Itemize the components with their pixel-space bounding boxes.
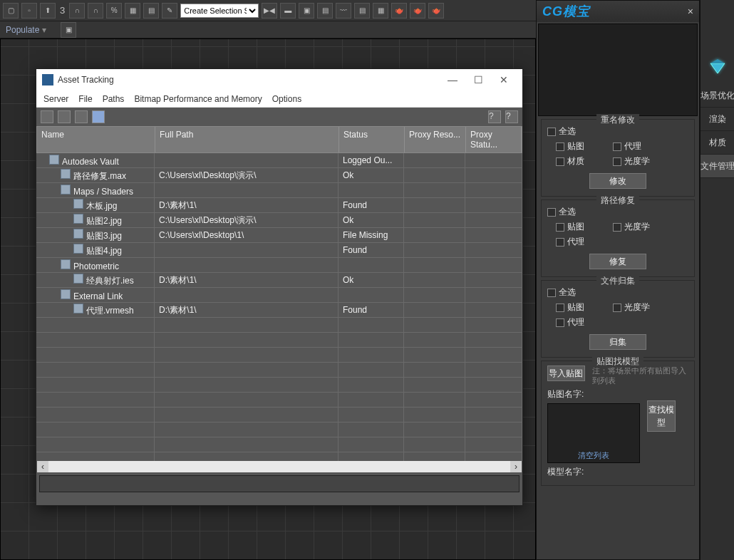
chk-ies[interactable]: 光度学 xyxy=(613,300,650,315)
table-row[interactable] xyxy=(36,452,522,461)
window-titlebar[interactable]: Asset Tracking — ☐ ✕ xyxy=(36,69,522,90)
col-path[interactable]: Full Path xyxy=(155,127,339,152)
table-row[interactable] xyxy=(36,333,522,348)
menu-bitmap[interactable]: Bitmap Performance and Memory xyxy=(134,94,262,104)
material-editor-icon[interactable]: ▦ xyxy=(373,3,388,19)
table-row[interactable]: 路径修复.maxC:\Users\xl\Desktop\演示\Ok xyxy=(36,168,522,183)
table-row[interactable]: Autodesk VaultLogged Ou... xyxy=(36,153,522,168)
table-row[interactable] xyxy=(36,408,522,422)
view-icon[interactable] xyxy=(58,110,71,123)
toolbar-btn[interactable]: ▣ xyxy=(299,3,314,19)
modify-button[interactable]: 修改 xyxy=(589,173,646,189)
table-row[interactable] xyxy=(36,348,522,363)
horizontal-scrollbar[interactable]: ‹ › xyxy=(37,461,522,472)
layers-icon[interactable]: ▤ xyxy=(317,3,333,19)
chk-proxy[interactable]: 代理 xyxy=(556,234,584,249)
refresh-icon[interactable] xyxy=(41,110,53,123)
chk-ies[interactable]: 光度学 xyxy=(613,154,650,169)
percent-snap-icon[interactable]: % xyxy=(106,3,122,19)
group-rename: 重名修改 全选 贴图 代理 材质 光度学 修改 xyxy=(541,119,695,197)
toolbar-number: 3 xyxy=(58,5,66,16)
table-row[interactable] xyxy=(36,318,522,333)
ribbon-btn[interactable]: ▣ xyxy=(61,22,76,38)
table-row[interactable] xyxy=(36,393,522,408)
chk-proxy[interactable]: 代理 xyxy=(556,315,584,330)
tab-file-manage[interactable]: 文件管理 xyxy=(701,155,734,178)
toolbar-btn[interactable]: ▢ xyxy=(3,3,19,19)
menu-server[interactable]: Server xyxy=(43,94,68,104)
chk-select-all[interactable]: 全选 xyxy=(547,285,688,300)
import-map-button[interactable]: 导入贴图 xyxy=(547,365,585,381)
table-row[interactable]: Maps / Shaders xyxy=(36,183,522,198)
tab-scene-optimize[interactable]: 场景优化 xyxy=(701,84,734,108)
mirror-icon[interactable]: ▶◀ xyxy=(262,3,277,19)
repair-button[interactable]: 修复 xyxy=(589,254,646,269)
align-icon[interactable]: ▬ xyxy=(280,3,296,19)
list-icon[interactable] xyxy=(75,110,88,123)
selection-set-dropdown[interactable]: Create Selection Se xyxy=(180,4,259,18)
angle-snap-icon[interactable]: ∩ xyxy=(88,3,103,19)
help-icon[interactable]: ? xyxy=(488,110,501,123)
table-row[interactable] xyxy=(36,378,522,393)
toolbar-btn[interactable]: ✎ xyxy=(162,3,177,19)
render-frame-icon[interactable]: 🫖 xyxy=(410,3,425,19)
cg-panel-header[interactable]: CG模宝 × xyxy=(537,1,699,22)
minimize-button[interactable]: — xyxy=(440,70,465,90)
chk-select-all[interactable]: 全选 xyxy=(547,124,688,139)
close-button[interactable]: ✕ xyxy=(491,70,517,90)
snap-icon[interactable]: ∩ xyxy=(69,3,85,19)
table-row[interactable]: External Link xyxy=(36,288,522,303)
scroll-right-icon[interactable]: › xyxy=(510,461,522,472)
map-listbox[interactable]: 清空列表 xyxy=(547,403,640,463)
help2-icon[interactable]: ? xyxy=(505,110,518,123)
table-row[interactable] xyxy=(36,437,522,452)
table-row[interactable]: Photometric xyxy=(36,258,522,273)
toolbar-btn[interactable]: ⬆ xyxy=(40,3,56,19)
dropdown-icon[interactable]: ▾ xyxy=(42,25,46,35)
toolbar-btn[interactable]: ▤ xyxy=(143,3,159,19)
schematic-icon[interactable]: ▤ xyxy=(354,3,370,19)
group-pathfix: 路径修复 全选 贴图 光度学 代理 修复 xyxy=(541,199,695,277)
chk-proxy[interactable]: 代理 xyxy=(613,139,641,154)
chk-material[interactable]: 材质 xyxy=(556,154,584,169)
tab-material[interactable]: 材质 xyxy=(701,131,734,155)
table-row[interactable]: 贴图3.jpgC:\Users\xl\Desktop\1\File Missin… xyxy=(36,228,522,243)
table-row[interactable]: 贴图4.jpgFound xyxy=(36,243,522,258)
table-row[interactable]: 木板.jpgD:\素材\1\Found xyxy=(36,198,522,213)
table-row[interactable]: 经典射灯.iesD:\素材\1\Ok xyxy=(36,273,522,288)
table-row[interactable] xyxy=(36,422,522,437)
close-icon[interactable]: × xyxy=(688,6,693,17)
table-row[interactable]: 贴图2.jpgC:\Users\xl\Desktop\演示\Ok xyxy=(36,213,522,228)
chk-select-all[interactable]: 全选 xyxy=(547,204,688,219)
group-title: 重名修改 xyxy=(596,114,639,126)
populate-label[interactable]: Populate xyxy=(6,25,39,35)
scroll-left-icon[interactable]: ‹ xyxy=(37,461,48,472)
grid-icon[interactable] xyxy=(92,110,105,123)
toolbar-btn[interactable]: ▫ xyxy=(21,3,37,19)
render-icon[interactable]: 🫖 xyxy=(428,3,444,19)
clear-list-link[interactable]: 清空列表 xyxy=(578,450,609,461)
chk-map[interactable]: 贴图 xyxy=(556,300,584,315)
maximize-button[interactable]: ☐ xyxy=(465,70,491,90)
toolbar-btn[interactable]: ▦ xyxy=(125,3,140,19)
chk-ies[interactable]: 光度学 xyxy=(613,219,650,234)
file-icon xyxy=(73,199,83,209)
chk-map[interactable]: 贴图 xyxy=(556,219,584,234)
menu-options[interactable]: Options xyxy=(272,94,301,104)
chk-map[interactable]: 贴图 xyxy=(556,139,584,154)
col-name[interactable]: Name xyxy=(37,127,155,152)
curve-editor-icon[interactable]: 〰 xyxy=(336,3,351,19)
diamond-icon[interactable] xyxy=(706,57,729,77)
tab-render[interactable]: 渲染 xyxy=(701,108,734,131)
table-row[interactable]: 代理.vrmeshD:\素材\1\Found xyxy=(36,303,522,318)
col-proxy-res[interactable]: Proxy Reso... xyxy=(405,127,466,152)
menu-file[interactable]: File xyxy=(78,94,92,104)
collect-button[interactable]: 归集 xyxy=(589,334,646,350)
col-status[interactable]: Status xyxy=(339,127,405,152)
col-proxy-status[interactable]: Proxy Statu... xyxy=(466,127,522,152)
file-icon xyxy=(73,304,83,313)
render-setup-icon[interactable]: 🫖 xyxy=(391,3,407,19)
find-model-button[interactable]: 查找模型 xyxy=(647,400,676,432)
table-row[interactable] xyxy=(36,363,522,378)
menu-paths[interactable]: Paths xyxy=(103,94,125,104)
